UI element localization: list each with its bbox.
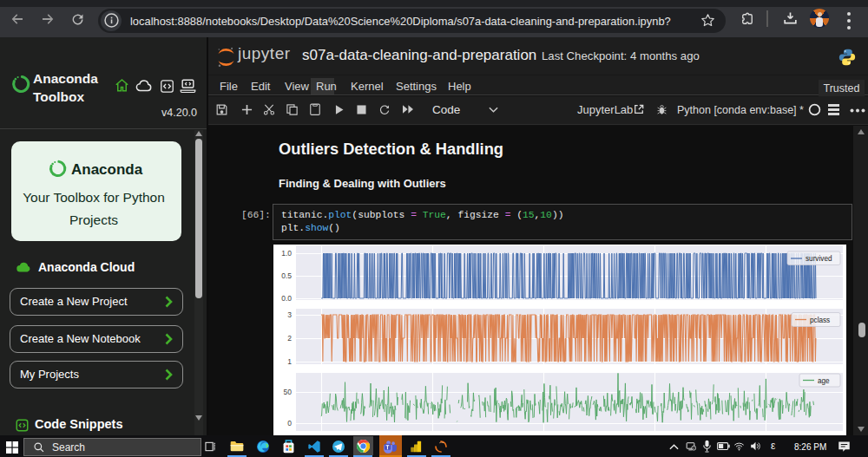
svg-text:age: age — [818, 377, 830, 385]
svg-text:3: 3 — [287, 310, 292, 319]
svg-text:2: 2 — [287, 334, 292, 343]
svg-text:0: 0 — [287, 419, 292, 428]
svg-text:50: 50 — [284, 388, 293, 396]
svg-text:0.0: 0.0 — [281, 294, 292, 303]
svg-text:pclass: pclass — [810, 317, 830, 324]
svg-text:1.0: 1.0 — [281, 249, 292, 258]
svg-text:survived: survived — [806, 255, 832, 263]
svg-text:0.5: 0.5 — [281, 271, 292, 280]
svg-text:1: 1 — [287, 357, 292, 366]
